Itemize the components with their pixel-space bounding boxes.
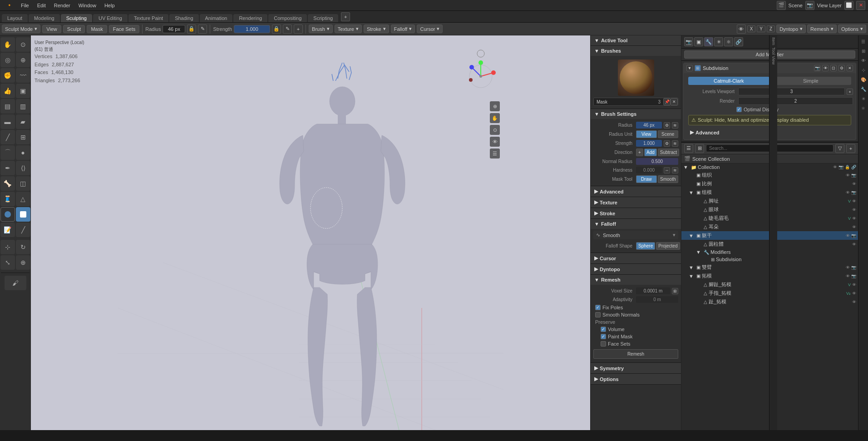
direction-subtract-btn[interactable]: Subtract <box>658 149 679 156</box>
particles-icon[interactable]: ✳ <box>714 37 723 46</box>
zumu-vis2[interactable]: 📷 <box>851 190 856 195</box>
voxel-size-icon[interactable]: ⊞ <box>672 288 678 294</box>
face-sets-checkbox[interactable] <box>601 341 606 347</box>
render-val[interactable]: 2 <box>738 97 853 105</box>
ztm-vis[interactable]: 👁 <box>852 300 856 304</box>
strength-input[interactable]: 1.000 <box>234 25 270 33</box>
stroke-dropdown[interactable]: Stroke▾ <box>364 25 389 33</box>
coll-vis4[interactable]: 🔗 <box>851 165 856 169</box>
voxel-size-val[interactable]: 0.0001 m <box>636 287 670 294</box>
tool-smooth[interactable]: ⊙ <box>16 37 30 52</box>
outliner-filter-btn[interactable]: ▽ <box>835 144 844 153</box>
stroke-header[interactable]: ▶ Stroke <box>591 208 681 218</box>
tool-blob[interactable]: ● <box>16 145 30 160</box>
window-menu[interactable]: Window <box>75 2 100 9</box>
tm-vis[interactable]: 👁 <box>846 274 850 278</box>
tool-thumb[interactable]: 👍 <box>0 84 15 98</box>
coll-vis3[interactable]: 🔒 <box>845 165 850 169</box>
cursor-header[interactable]: ▶ Cursor <box>591 253 681 263</box>
zumu-vis[interactable]: 👁 <box>846 190 850 195</box>
physics-icon[interactable]: ⚛ <box>724 37 733 46</box>
modifier-display-icon[interactable]: ⊡ <box>830 65 837 71</box>
remesh-btn[interactable]: Remesh <box>593 349 678 359</box>
coll-vis1[interactable]: 👁 <box>833 165 837 169</box>
modifiers-icon[interactable]: 🔧 <box>859 85 868 93</box>
brush-name-row[interactable]: Mask 3 📌 ✕ <box>593 98 678 106</box>
radius-unit-scene-btn[interactable]: Scene <box>658 130 679 138</box>
jz-vis[interactable]: 👁 <box>852 199 856 203</box>
strength-plus-icon[interactable]: + <box>294 25 303 34</box>
eye-icon[interactable]: 👁 <box>859 56 868 64</box>
sculpt-btn[interactable]: Sculpt <box>63 25 85 33</box>
strength-curve-icon[interactable]: ≋ <box>672 140 678 147</box>
cursor-icon[interactable]: ⊹ <box>859 66 868 74</box>
render-menu[interactable]: Render <box>50 2 74 9</box>
yz-vis[interactable]: 👁 <box>852 242 856 247</box>
tm-vis2[interactable]: 📷 <box>851 274 856 278</box>
modifier-eye-icon[interactable]: 👁 <box>822 65 829 71</box>
volume-checkbox[interactable] <box>601 327 606 332</box>
window-controls[interactable]: ⬜ <box>844 1 853 10</box>
normal-radius-val[interactable]: 0.500 <box>636 158 678 165</box>
viewport[interactable]: User Perspective (Local) (61) 普通 Vertice… <box>31 35 590 430</box>
view-btn[interactable]: View <box>42 25 61 33</box>
sb-vis2[interactable]: 📷 <box>851 265 856 270</box>
modifier-expand-btn[interactable]: ▼ <box>686 65 693 71</box>
tab-uv-editing[interactable]: UV Editing <box>93 14 128 22</box>
remesh-dropdown[interactable]: Remesh▾ <box>807 25 837 33</box>
smooth-falloff-row[interactable]: ∿ Smooth ▾ <box>593 231 678 239</box>
blender-menu[interactable]: 🔸 <box>3 1 16 9</box>
qg-vis2[interactable]: 📷 <box>851 233 856 238</box>
optimal-display-checkbox[interactable] <box>736 107 742 112</box>
edit-menu[interactable]: Edit <box>34 2 49 9</box>
y-axis-btn[interactable]: Y <box>757 25 765 32</box>
tool-pose[interactable]: 🦴 <box>0 176 15 191</box>
tool-annotate[interactable]: 📝 <box>0 223 15 237</box>
object-icon[interactable]: ▣ <box>694 37 703 46</box>
projected-btn[interactable]: Projected <box>656 242 680 250</box>
remesh-header[interactable]: ▼ Remesh <box>591 275 681 285</box>
hardness-val[interactable]: 0.000 <box>636 167 662 173</box>
tab-texture-paint[interactable]: Texture Paint <box>128 14 168 22</box>
tool-boundary[interactable]: ◫ <box>16 176 30 191</box>
filter-icon[interactable]: ☰ <box>859 37 868 45</box>
tool-line[interactable]: ╱ <box>16 223 30 237</box>
radius-settings-icon[interactable]: ⚙ <box>664 122 670 129</box>
brush-dropdown[interactable]: Brush▾ <box>309 25 333 33</box>
catmull-clark-tab[interactable]: Catmull-Clark <box>688 77 769 85</box>
falloff-dropdown[interactable]: Falloff▾ <box>391 25 415 33</box>
tool-scale-tool[interactable]: ⤡ <box>0 255 15 270</box>
tool-pinch[interactable]: ◎ <box>0 53 15 67</box>
tab-scripting[interactable]: Scripting <box>308 14 338 22</box>
paint-icon[interactable]: 🎨 <box>859 75 868 84</box>
modifier-icon[interactable]: 🔧 <box>704 37 713 46</box>
jm-vis[interactable]: 👁 <box>852 216 856 221</box>
strength-pen-icon[interactable]: ✎ <box>283 25 292 34</box>
sphere-btn[interactable]: Sphere <box>636 242 655 250</box>
active-tool-header[interactable]: ▼ Active Tool <box>591 35 681 45</box>
paint-mask-checkbox[interactable] <box>601 334 606 339</box>
hardness-arrows-icon[interactable]: ↔ <box>664 167 670 173</box>
radius-curve-icon[interactable]: ≋ <box>672 122 678 129</box>
add-workspace-btn[interactable]: + <box>341 12 350 21</box>
bili-vis[interactable]: 👁 <box>852 182 856 186</box>
strength-lock-icon[interactable]: 🔒 <box>272 25 281 34</box>
zuzi-vis2[interactable]: 📷 <box>851 173 856 178</box>
x-axis-btn[interactable]: X <box>747 25 756 32</box>
simple-tab[interactable]: Simple <box>770 77 852 85</box>
tool-multiplane[interactable]: ⊞ <box>16 130 30 144</box>
tool-transform2[interactable]: ⊕ <box>16 255 30 270</box>
z-axis-btn[interactable]: Z <box>767 25 775 32</box>
radius-pen-icon[interactable]: ✎ <box>198 25 207 34</box>
falloff-header[interactable]: ▼ Falloff <box>591 219 681 229</box>
tool-inflate[interactable]: ⊕ <box>16 53 30 67</box>
radius-unit-view-btn[interactable]: View <box>636 130 657 138</box>
radius-lock-icon[interactable]: 🔒 <box>187 25 196 34</box>
strength-val[interactable]: 1.000 <box>636 140 662 147</box>
jztm-vis[interactable]: 👁 <box>852 282 856 287</box>
tool-elastic[interactable]: ⟨⟩ <box>16 161 30 175</box>
physics-icon2[interactable]: ⚛ <box>859 104 868 112</box>
tool-transform[interactable]: ⊹ <box>0 240 15 254</box>
tool-draw2[interactable]: ✒ <box>0 161 15 175</box>
tool-fill[interactable]: ▰ <box>16 114 30 129</box>
